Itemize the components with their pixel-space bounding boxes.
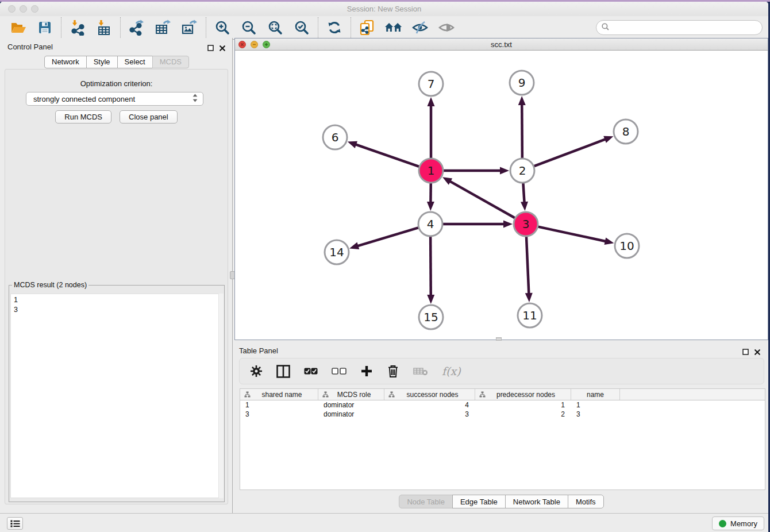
table-panel-header: Table Panel: [234, 342, 768, 357]
graph-node-label-1: 1: [428, 164, 435, 178]
close-table-panel-icon[interactable]: [754, 347, 760, 357]
zoom-fit-icon[interactable]: [267, 19, 284, 36]
cell-predecessor-nodes[interactable]: 2: [475, 410, 571, 418]
float-table-panel-icon[interactable]: [742, 347, 749, 357]
delete-column-trash-icon[interactable]: [387, 364, 399, 378]
tab-network-table[interactable]: Network Table: [505, 495, 568, 508]
deselect-all-icon[interactable]: [332, 368, 346, 375]
import-network-icon[interactable]: [69, 19, 86, 36]
select-all-icon[interactable]: [304, 368, 318, 375]
network-graph[interactable]: 1234678910111415: [235, 51, 768, 340]
save-session-icon[interactable]: [36, 19, 53, 36]
mcds-panel: Optimization criterion: strongly connect…: [5, 69, 228, 504]
column-header-name[interactable]: name: [571, 389, 620, 400]
network-window-titlebar[interactable]: scc.txt: [235, 38, 768, 51]
graph-edge-2-3[interactable]: [523, 183, 524, 202]
close-panel-icon[interactable]: [220, 43, 225, 53]
graph-edge-2-8[interactable]: [534, 139, 606, 166]
table-row-1[interactable]: 3dominator323: [240, 410, 765, 419]
cell-name[interactable]: 1: [571, 401, 620, 409]
list-icon: [10, 519, 20, 528]
cell-successor-nodes[interactable]: 4: [384, 401, 475, 409]
duplicate-network-icon[interactable]: [359, 19, 376, 36]
criterion-dropdown[interactable]: strongly connected component: [26, 92, 203, 106]
column-header-successor-nodes[interactable]: successor nodes: [384, 389, 475, 400]
float-panel-icon[interactable]: [207, 43, 214, 53]
memory-button[interactable]: Memory: [712, 516, 764, 530]
toolbar-group-view: [351, 17, 463, 38]
network-canvas[interactable]: 1234678910111415: [235, 51, 768, 340]
zoom-in-icon[interactable]: [214, 19, 231, 36]
task-history-button[interactable]: [7, 517, 23, 530]
table-settings-gear-icon[interactable]: [250, 365, 263, 377]
add-column-icon[interactable]: [360, 365, 373, 377]
show-columns-icon[interactable]: [276, 365, 290, 378]
graph-node-label-6: 6: [332, 130, 339, 144]
graph-node-label-10: 10: [619, 239, 634, 253]
apply-layout-icon[interactable]: [326, 19, 343, 36]
export-network-icon[interactable]: [128, 19, 145, 36]
result-scrollbar[interactable]: [218, 294, 224, 498]
import-table-icon[interactable]: [95, 19, 113, 36]
table-header-row: shared nameMCDS rolesuccessor nodesprede…: [240, 389, 765, 400]
graph-node-label-2: 2: [519, 164, 526, 178]
frame-resize-grip[interactable]: [496, 337, 502, 341]
cell-predecessor-nodes[interactable]: 1: [475, 401, 571, 409]
cell-MCDS-role[interactable]: dominator: [318, 401, 384, 409]
graph-edge-3-11[interactable]: [526, 237, 529, 294]
export-image-icon[interactable]: [181, 19, 198, 36]
help-home-icon[interactable]: [385, 19, 402, 36]
tab-mcds[interactable]: MCDS: [152, 56, 189, 68]
tab-style[interactable]: Style: [86, 56, 118, 68]
graph-arrowhead-1-7: [428, 97, 435, 106]
mcds-result-text[interactable]: 1 3: [10, 294, 223, 498]
search-input[interactable]: [613, 24, 762, 32]
graph-edge-3-10[interactable]: [538, 227, 606, 241]
graph-node-label-11: 11: [522, 309, 537, 322]
column-header-MCDS-role[interactable]: MCDS role: [318, 389, 384, 400]
tab-select[interactable]: Select: [117, 56, 153, 68]
hide-graphics-details-icon[interactable]: [411, 19, 429, 36]
tab-motifs[interactable]: Motifs: [568, 495, 604, 508]
memory-status-dot: [719, 520, 726, 527]
close-panel-button[interactable]: Close panel: [120, 110, 178, 124]
graph-arrowhead-3-10: [605, 237, 614, 245]
window-title: Session: New Session: [0, 5, 768, 13]
graph-edge-4-15[interactable]: [430, 237, 431, 295]
node-table: shared nameMCDS rolesuccessor nodesprede…: [240, 388, 765, 490]
main-toolbar: [0, 16, 768, 40]
cell-MCDS-role[interactable]: dominator: [318, 410, 384, 418]
graph-arrowhead-4-15: [427, 295, 434, 304]
table-panel-tabs: Node TableEdge TableNetwork TableMotifs: [234, 495, 768, 508]
table-row-0[interactable]: 1dominator411: [240, 400, 765, 410]
run-mcds-button[interactable]: Run MCDS: [55, 110, 111, 124]
column-header-shared-name[interactable]: shared name: [240, 389, 318, 400]
search-icon: [602, 22, 609, 33]
cell-successor-nodes[interactable]: 3: [384, 410, 475, 418]
table-panel: Table Panel: [234, 342, 768, 513]
toolbar-group-layout: [318, 17, 351, 38]
zoom-selected-icon[interactable]: [293, 19, 310, 36]
graph-edge-3-1[interactable]: [450, 182, 515, 218]
show-graphics-details-icon[interactable]: [438, 19, 455, 36]
graph-edge-4-14[interactable]: [357, 228, 418, 246]
cell-shared-name[interactable]: 1: [240, 401, 318, 409]
open-session-icon[interactable]: [10, 19, 27, 36]
graph-node-label-14: 14: [329, 245, 344, 259]
tab-node-table[interactable]: Node Table: [399, 495, 453, 508]
cell-shared-name[interactable]: 3: [240, 410, 318, 418]
control-panel-tabs: NetworkStyleSelectMCDS: [44, 56, 189, 68]
graph-edge-2-9[interactable]: [522, 105, 522, 158]
table-toolbar: f(x): [239, 358, 764, 384]
graph-arrowhead-3-11: [525, 293, 533, 302]
cell-name[interactable]: 3: [571, 410, 620, 418]
graph-edge-1-6[interactable]: [356, 144, 419, 166]
toolbar-group-import: [61, 17, 120, 38]
graph-node-label-4: 4: [427, 217, 434, 231]
column-header-predecessor-nodes[interactable]: predecessor nodes: [475, 389, 571, 400]
tab-network[interactable]: Network: [44, 56, 87, 68]
tab-edge-table[interactable]: Edge Table: [452, 495, 506, 508]
control-panel: Control Panel NetworkStyleSelectMCDS Opt…: [0, 38, 233, 513]
zoom-out-icon[interactable]: [240, 19, 257, 36]
export-table-icon[interactable]: [155, 19, 172, 36]
